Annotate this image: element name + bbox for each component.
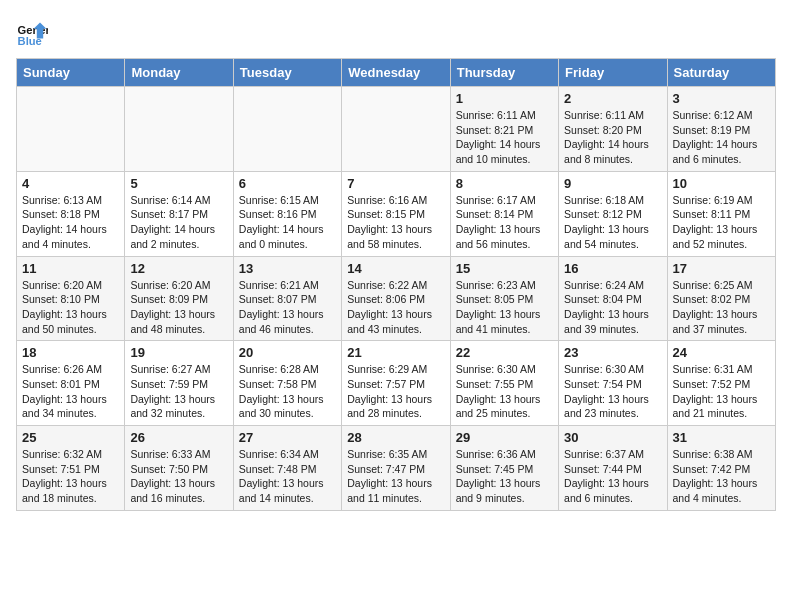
day-info: Sunrise: 6:28 AM Sunset: 7:58 PM Dayligh… [239, 362, 336, 421]
day-info: Sunrise: 6:29 AM Sunset: 7:57 PM Dayligh… [347, 362, 444, 421]
day-number: 12 [130, 261, 227, 276]
calendar-week-row: 4Sunrise: 6:13 AM Sunset: 8:18 PM Daylig… [17, 171, 776, 256]
day-number: 9 [564, 176, 661, 191]
calendar-cell: 2Sunrise: 6:11 AM Sunset: 8:20 PM Daylig… [559, 87, 667, 172]
calendar-cell: 21Sunrise: 6:29 AM Sunset: 7:57 PM Dayli… [342, 341, 450, 426]
logo: General Blue [16, 16, 48, 48]
calendar-cell: 17Sunrise: 6:25 AM Sunset: 8:02 PM Dayli… [667, 256, 775, 341]
day-number: 13 [239, 261, 336, 276]
calendar-cell: 6Sunrise: 6:15 AM Sunset: 8:16 PM Daylig… [233, 171, 341, 256]
day-number: 20 [239, 345, 336, 360]
day-number: 17 [673, 261, 770, 276]
day-number: 5 [130, 176, 227, 191]
svg-text:General: General [18, 24, 48, 36]
col-header-wednesday: Wednesday [342, 59, 450, 87]
day-info: Sunrise: 6:12 AM Sunset: 8:19 PM Dayligh… [673, 108, 770, 167]
col-header-friday: Friday [559, 59, 667, 87]
calendar-cell: 26Sunrise: 6:33 AM Sunset: 7:50 PM Dayli… [125, 426, 233, 511]
day-info: Sunrise: 6:20 AM Sunset: 8:10 PM Dayligh… [22, 278, 119, 337]
calendar-cell: 23Sunrise: 6:30 AM Sunset: 7:54 PM Dayli… [559, 341, 667, 426]
day-number: 24 [673, 345, 770, 360]
calendar-week-row: 1Sunrise: 6:11 AM Sunset: 8:21 PM Daylig… [17, 87, 776, 172]
calendar-cell: 3Sunrise: 6:12 AM Sunset: 8:19 PM Daylig… [667, 87, 775, 172]
calendar-cell [125, 87, 233, 172]
day-info: Sunrise: 6:22 AM Sunset: 8:06 PM Dayligh… [347, 278, 444, 337]
day-number: 6 [239, 176, 336, 191]
col-header-tuesday: Tuesday [233, 59, 341, 87]
day-number: 23 [564, 345, 661, 360]
day-info: Sunrise: 6:16 AM Sunset: 8:15 PM Dayligh… [347, 193, 444, 252]
day-number: 7 [347, 176, 444, 191]
day-number: 27 [239, 430, 336, 445]
day-info: Sunrise: 6:15 AM Sunset: 8:16 PM Dayligh… [239, 193, 336, 252]
day-info: Sunrise: 6:17 AM Sunset: 8:14 PM Dayligh… [456, 193, 553, 252]
calendar-cell: 5Sunrise: 6:14 AM Sunset: 8:17 PM Daylig… [125, 171, 233, 256]
calendar-week-row: 11Sunrise: 6:20 AM Sunset: 8:10 PM Dayli… [17, 256, 776, 341]
day-info: Sunrise: 6:13 AM Sunset: 8:18 PM Dayligh… [22, 193, 119, 252]
calendar-cell: 8Sunrise: 6:17 AM Sunset: 8:14 PM Daylig… [450, 171, 558, 256]
calendar-cell [233, 87, 341, 172]
calendar-cell: 29Sunrise: 6:36 AM Sunset: 7:45 PM Dayli… [450, 426, 558, 511]
day-info: Sunrise: 6:21 AM Sunset: 8:07 PM Dayligh… [239, 278, 336, 337]
calendar-cell: 22Sunrise: 6:30 AM Sunset: 7:55 PM Dayli… [450, 341, 558, 426]
day-number: 22 [456, 345, 553, 360]
day-number: 16 [564, 261, 661, 276]
day-number: 28 [347, 430, 444, 445]
day-number: 1 [456, 91, 553, 106]
day-number: 15 [456, 261, 553, 276]
calendar-cell: 31Sunrise: 6:38 AM Sunset: 7:42 PM Dayli… [667, 426, 775, 511]
day-info: Sunrise: 6:23 AM Sunset: 8:05 PM Dayligh… [456, 278, 553, 337]
day-info: Sunrise: 6:26 AM Sunset: 8:01 PM Dayligh… [22, 362, 119, 421]
calendar-cell: 20Sunrise: 6:28 AM Sunset: 7:58 PM Dayli… [233, 341, 341, 426]
calendar-cell: 14Sunrise: 6:22 AM Sunset: 8:06 PM Dayli… [342, 256, 450, 341]
day-number: 26 [130, 430, 227, 445]
calendar-cell: 16Sunrise: 6:24 AM Sunset: 8:04 PM Dayli… [559, 256, 667, 341]
calendar-cell: 24Sunrise: 6:31 AM Sunset: 7:52 PM Dayli… [667, 341, 775, 426]
calendar-cell: 27Sunrise: 6:34 AM Sunset: 7:48 PM Dayli… [233, 426, 341, 511]
calendar-cell [342, 87, 450, 172]
calendar-cell: 19Sunrise: 6:27 AM Sunset: 7:59 PM Dayli… [125, 341, 233, 426]
calendar-cell: 4Sunrise: 6:13 AM Sunset: 8:18 PM Daylig… [17, 171, 125, 256]
page-header: General Blue [16, 16, 776, 48]
day-number: 18 [22, 345, 119, 360]
day-number: 25 [22, 430, 119, 445]
day-info: Sunrise: 6:11 AM Sunset: 8:21 PM Dayligh… [456, 108, 553, 167]
day-info: Sunrise: 6:11 AM Sunset: 8:20 PM Dayligh… [564, 108, 661, 167]
calendar-cell: 10Sunrise: 6:19 AM Sunset: 8:11 PM Dayli… [667, 171, 775, 256]
calendar-cell: 1Sunrise: 6:11 AM Sunset: 8:21 PM Daylig… [450, 87, 558, 172]
calendar-cell: 18Sunrise: 6:26 AM Sunset: 8:01 PM Dayli… [17, 341, 125, 426]
day-number: 14 [347, 261, 444, 276]
calendar-week-row: 25Sunrise: 6:32 AM Sunset: 7:51 PM Dayli… [17, 426, 776, 511]
day-number: 8 [456, 176, 553, 191]
day-number: 11 [22, 261, 119, 276]
calendar-cell: 30Sunrise: 6:37 AM Sunset: 7:44 PM Dayli… [559, 426, 667, 511]
logo-icon: General Blue [16, 16, 48, 48]
day-number: 30 [564, 430, 661, 445]
day-info: Sunrise: 6:27 AM Sunset: 7:59 PM Dayligh… [130, 362, 227, 421]
day-info: Sunrise: 6:30 AM Sunset: 7:54 PM Dayligh… [564, 362, 661, 421]
calendar-cell: 12Sunrise: 6:20 AM Sunset: 8:09 PM Dayli… [125, 256, 233, 341]
day-info: Sunrise: 6:24 AM Sunset: 8:04 PM Dayligh… [564, 278, 661, 337]
day-number: 10 [673, 176, 770, 191]
calendar-cell: 7Sunrise: 6:16 AM Sunset: 8:15 PM Daylig… [342, 171, 450, 256]
day-info: Sunrise: 6:37 AM Sunset: 7:44 PM Dayligh… [564, 447, 661, 506]
day-info: Sunrise: 6:20 AM Sunset: 8:09 PM Dayligh… [130, 278, 227, 337]
day-info: Sunrise: 6:30 AM Sunset: 7:55 PM Dayligh… [456, 362, 553, 421]
calendar-week-row: 18Sunrise: 6:26 AM Sunset: 8:01 PM Dayli… [17, 341, 776, 426]
calendar-cell: 25Sunrise: 6:32 AM Sunset: 7:51 PM Dayli… [17, 426, 125, 511]
calendar-cell [17, 87, 125, 172]
day-info: Sunrise: 6:38 AM Sunset: 7:42 PM Dayligh… [673, 447, 770, 506]
col-header-saturday: Saturday [667, 59, 775, 87]
day-info: Sunrise: 6:32 AM Sunset: 7:51 PM Dayligh… [22, 447, 119, 506]
day-number: 4 [22, 176, 119, 191]
calendar-table: SundayMondayTuesdayWednesdayThursdayFrid… [16, 58, 776, 511]
day-number: 21 [347, 345, 444, 360]
day-info: Sunrise: 6:14 AM Sunset: 8:17 PM Dayligh… [130, 193, 227, 252]
day-info: Sunrise: 6:25 AM Sunset: 8:02 PM Dayligh… [673, 278, 770, 337]
day-number: 31 [673, 430, 770, 445]
day-info: Sunrise: 6:33 AM Sunset: 7:50 PM Dayligh… [130, 447, 227, 506]
day-info: Sunrise: 6:31 AM Sunset: 7:52 PM Dayligh… [673, 362, 770, 421]
day-number: 29 [456, 430, 553, 445]
calendar-cell: 9Sunrise: 6:18 AM Sunset: 8:12 PM Daylig… [559, 171, 667, 256]
day-number: 2 [564, 91, 661, 106]
